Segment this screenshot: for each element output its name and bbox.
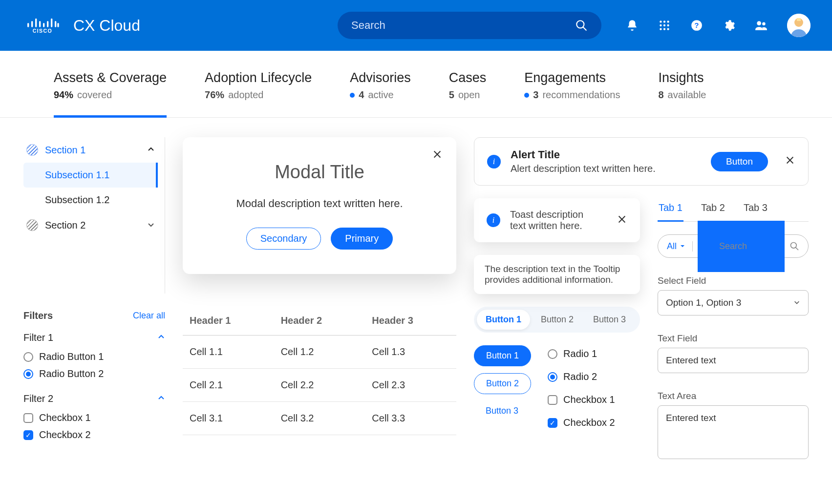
- filter-check-2[interactable]: Checkbox 2: [23, 426, 165, 443]
- svg-point-19: [663, 28, 665, 30]
- close-icon[interactable]: [432, 149, 443, 162]
- segmented-control: Button 1 Button 2 Button 3: [474, 307, 640, 333]
- nav-cases[interactable]: Cases 5open: [449, 70, 487, 118]
- inner-tabs: Tab 1 Tab 2 Tab 3: [658, 198, 809, 222]
- table-header[interactable]: Header 2: [274, 306, 365, 336]
- section-icon: [26, 219, 38, 231]
- nav-title: Assets & Coverage: [54, 70, 167, 85]
- tab-1[interactable]: Tab 1: [658, 198, 683, 222]
- tab-2[interactable]: Tab 2: [700, 198, 726, 222]
- cisco-logo-icon: CISCO: [21, 17, 64, 34]
- avatar[interactable]: [787, 14, 811, 37]
- search-filter-selector[interactable]: All: [667, 241, 693, 252]
- nav-insights[interactable]: Insights 8available: [658, 70, 706, 118]
- gear-icon[interactable]: [723, 19, 735, 32]
- search-icon: [789, 241, 799, 251]
- close-icon[interactable]: [785, 155, 795, 168]
- sidebar: Section 1 Subsection 1.1 Subsection 1.2 …: [23, 137, 165, 443]
- textarea-label: Text Area: [658, 391, 809, 401]
- alert-desc: Alert description text written here.: [511, 163, 701, 174]
- text-area[interactable]: Entered text: [658, 405, 809, 459]
- radio-1[interactable]: Radio 1: [548, 345, 615, 362]
- sidebar-section-2[interactable]: Section 2: [23, 212, 158, 238]
- table-row[interactable]: Cell 3.1Cell 3.2Cell 3.3: [183, 402, 456, 435]
- tab-3[interactable]: Tab 3: [743, 198, 768, 222]
- global-search[interactable]: Search: [338, 12, 601, 39]
- link-button[interactable]: Button 3: [474, 401, 530, 421]
- status-dot-icon: [524, 93, 529, 98]
- secondary-button[interactable]: Button 2: [474, 373, 531, 394]
- table-row[interactable]: Cell 2.1Cell 2.2Cell 2.3: [183, 369, 456, 402]
- app-header: CISCO CX Cloud Search ?: [0, 0, 832, 51]
- nav-adoption[interactable]: Adoption Lifecycle 76%adopted: [205, 70, 312, 118]
- users-icon[interactable]: [755, 19, 768, 32]
- segment-3[interactable]: Button 3: [584, 310, 635, 330]
- chevron-up-icon: [147, 145, 155, 156]
- app-title: CX Cloud: [73, 17, 140, 35]
- search-placeholder: Search: [698, 221, 785, 272]
- select-field[interactable]: Option 1, Option 3: [658, 290, 809, 315]
- section-icon: [26, 144, 38, 156]
- text-field-label: Text Field: [658, 333, 809, 344]
- checkbox-1[interactable]: Checkbox 1: [548, 391, 615, 408]
- select-label: Select Field: [658, 275, 809, 286]
- alert-title: Alert Title: [511, 148, 701, 161]
- modal: Modal Title Modal description text writt…: [183, 137, 456, 274]
- checkbox-2[interactable]: Checkbox 2: [548, 414, 615, 431]
- svg-point-17: [667, 24, 669, 26]
- svg-text:?: ?: [694, 21, 699, 29]
- svg-point-15: [660, 24, 661, 26]
- sidebar-subsection-1-1[interactable]: Subsection 1.1: [23, 163, 158, 188]
- status-dot-icon: [350, 93, 355, 98]
- chevron-up-icon: [157, 393, 165, 404]
- radio-icon: [548, 349, 557, 359]
- secondary-button[interactable]: Secondary: [246, 228, 321, 250]
- svg-point-16: [663, 24, 665, 26]
- table-header[interactable]: Header 3: [365, 306, 456, 336]
- radio-check-stack: Radio 1 Radio 2 Checkbox 1 Checkbox 2: [548, 345, 615, 431]
- filter-1-header[interactable]: Filter 1: [23, 332, 165, 343]
- brand: CISCO CX Cloud: [21, 17, 140, 35]
- svg-line-11: [583, 27, 586, 30]
- clear-all-link[interactable]: Clear all: [133, 311, 165, 321]
- nav-engagements[interactable]: Engagements 3recommendations: [524, 70, 620, 118]
- filter-2-header[interactable]: Filter 2: [23, 393, 165, 404]
- svg-point-13: [663, 21, 665, 22]
- radio-2[interactable]: Radio 2: [548, 368, 615, 385]
- radio-icon: [23, 369, 33, 379]
- segment-2[interactable]: Button 2: [532, 310, 582, 330]
- primary-button[interactable]: Button 1: [474, 345, 531, 366]
- help-icon[interactable]: ?: [690, 19, 703, 32]
- svg-point-14: [667, 21, 669, 22]
- chevron-up-icon: [157, 332, 165, 343]
- nav-advisories[interactable]: Advisories 4active: [350, 70, 411, 118]
- checkbox-icon: [548, 395, 557, 405]
- bell-icon[interactable]: [626, 19, 639, 32]
- svg-rect-27: [797, 18, 801, 21]
- apps-grid-icon[interactable]: [658, 19, 671, 32]
- close-icon[interactable]: [617, 214, 627, 227]
- segment-1[interactable]: Button 1: [477, 310, 530, 330]
- chevron-down-icon: [147, 220, 155, 231]
- filter-search[interactable]: All Search: [658, 234, 809, 258]
- radio-icon: [23, 352, 33, 362]
- sidebar-section-1[interactable]: Section 1: [23, 137, 158, 163]
- filter-radio-2[interactable]: Radio Button 2: [23, 365, 165, 382]
- alert-banner: i Alert Title Alert description text wri…: [474, 137, 809, 186]
- filter-check-1[interactable]: Checkbox 1: [23, 409, 165, 426]
- modal-desc: Modal description text written here.: [204, 197, 435, 210]
- svg-point-12: [660, 21, 661, 22]
- sidebar-subsection-1-2[interactable]: Subsection 1.2: [23, 188, 158, 212]
- filter-radio-1[interactable]: Radio Button 1: [23, 348, 165, 365]
- table-row[interactable]: Cell 1.1Cell 1.2Cell 1.3: [183, 336, 456, 369]
- caret-down-icon: [680, 243, 685, 249]
- checkbox-icon: [23, 413, 33, 423]
- alert-button[interactable]: Button: [711, 152, 768, 171]
- toast: i Toast description text written here.: [474, 198, 640, 242]
- primary-button[interactable]: Primary: [331, 228, 393, 250]
- table-header[interactable]: Header 1: [183, 306, 274, 336]
- svg-line-35: [796, 248, 798, 250]
- filters-heading: Filters Clear all: [23, 310, 165, 321]
- text-field[interactable]: Entered text: [658, 348, 809, 373]
- nav-assets[interactable]: Assets & Coverage 94%covered: [54, 70, 167, 118]
